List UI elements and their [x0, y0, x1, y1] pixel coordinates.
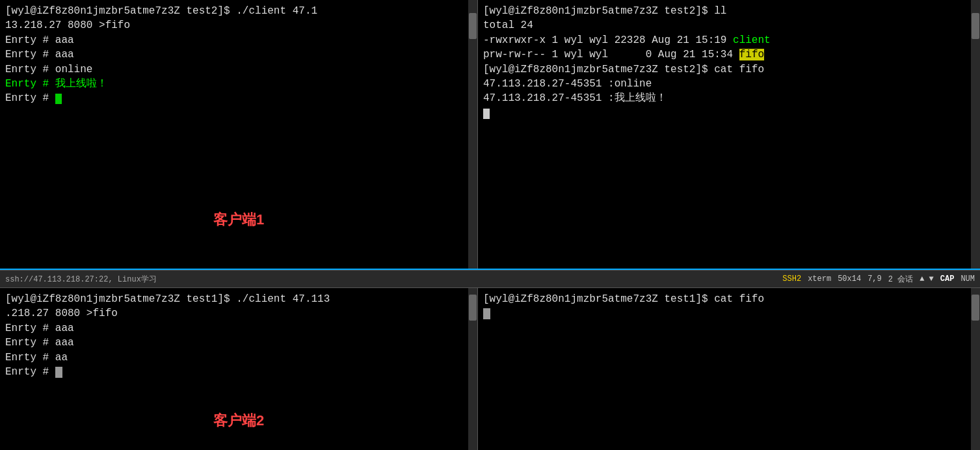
tl-line-4: Enrty # aaa: [5, 47, 472, 62]
status-xterm: xterm: [808, 274, 831, 284]
cursor-tl: [55, 94, 62, 104]
terminal-bottom-left[interactable]: [wyl@iZf8z80n1jmzbr5atme7z3Z test1]$ ./c…: [0, 288, 478, 450]
tl-line-3: Enrty # aaa: [5, 33, 472, 47]
tl-line-2: 13.218.27 8080 >fifo: [5, 18, 472, 33]
scroll-thumb-br[interactable]: [972, 295, 979, 321]
tl-line-1: [wyl@iZf8z80n1jmzbr5atme7z3Z test2]$ ./c…: [5, 4, 472, 18]
scroll-bl[interactable]: [468, 288, 477, 450]
terminal-top-left[interactable]: [wyl@iZf8z80n1jmzbr5atme7z3Z test2]$ ./c…: [0, 0, 478, 269]
terminal-bottom-right[interactable]: [wyl@iZf8z80n1jmzbr5atme7z3Z test1]$ cat…: [478, 288, 980, 450]
scroll-thumb-tl[interactable]: [469, 13, 477, 39]
bl-line-1: [wyl@iZf8z80n1jmzbr5atme7z3Z test1]$ ./c…: [5, 292, 472, 306]
tr-line-7: 47.113.218.27-45351 :我上线啦！: [483, 91, 975, 105]
tr-line-4: prw-rw-r-- 1 wyl wyl 0 Aug 21 15:34 fifo: [483, 47, 975, 62]
cursor-br: [483, 308, 490, 319]
client-filename: client: [733, 34, 771, 46]
bl-line-5: Enrty # aa: [5, 351, 472, 365]
terminal-top-right[interactable]: [wyl@iZf8z80n1jmzbr5atme7z3Z test2]$ ll …: [478, 0, 980, 269]
status-size: 50x14: [838, 274, 861, 284]
scroll-tl[interactable]: [468, 0, 477, 269]
scroll-tr[interactable]: [971, 0, 980, 269]
scroll-thumb-bl[interactable]: [469, 295, 477, 321]
scroll-thumb-tr[interactable]: [972, 13, 979, 39]
status-right-items: SSH2 xterm 50x14 7,9 2 会话 ▲ ▼ CAP NUM: [782, 274, 975, 285]
bl-line-3: Enrty # aaa: [5, 321, 472, 336]
bottom-row: [wyl@iZf8z80n1jmzbr5atme7z3Z test1]$ ./c…: [0, 288, 980, 450]
br-line-1: [wyl@iZf8z80n1jmzbr5atme7z3Z test1]$ cat…: [483, 292, 975, 306]
status-num: NUM: [960, 274, 975, 284]
tr-line-3: -rwxrwxr-x 1 wyl wyl 22328 Aug 21 15:19 …: [483, 33, 975, 47]
tl-line-6: Enrty # 我上线啦！: [5, 77, 472, 91]
tl-line-7: Enrty #: [5, 91, 472, 105]
tr-line-6: 47.113.218.27-45351 :online: [483, 77, 975, 91]
tr-line-5: [wyl@iZf8z80n1jmzbr5atme7z3Z test2]$ cat…: [483, 62, 975, 77]
bl-line-4: Enrty # aaa: [5, 336, 472, 350]
fifo-filename: fifo: [739, 49, 764, 60]
client2-label: 客户端2: [213, 411, 264, 430]
status-bar: ssh://47.113.218.27:22, Linux学习 SSH2 xte…: [0, 270, 980, 288]
tr-line-8: [483, 106, 975, 120]
status-sessions: 2 会话: [888, 274, 913, 285]
tr-line-2: total 24: [483, 18, 975, 33]
cursor-tr: [483, 109, 490, 119]
scroll-br[interactable]: [971, 288, 980, 450]
bl-line-6: Enrty #: [5, 365, 472, 379]
tr-line-1: [wyl@iZf8z80n1jmzbr5atme7z3Z test2]$ ll: [483, 4, 975, 18]
status-arrows: ▲ ▼: [920, 274, 934, 284]
status-cap: CAP: [940, 274, 955, 284]
top-row: [wyl@iZf8z80n1jmzbr5atme7z3Z test2]$ ./c…: [0, 0, 980, 270]
client1-label: 客户端1: [213, 210, 264, 230]
bl-line-2: .218.27 8080 >fifo: [5, 306, 472, 321]
br-line-2: [483, 306, 975, 321]
cursor-bl: [55, 367, 62, 378]
main-container: [wyl@iZf8z80n1jmzbr5atme7z3Z test2]$ ./c…: [0, 0, 980, 450]
status-connection: ssh://47.113.218.27:22, Linux学习: [5, 274, 782, 285]
tl-line-5: Enrty # online: [5, 62, 472, 77]
status-ssh-indicator: SSH2: [782, 274, 801, 284]
status-position: 7,9: [867, 274, 882, 284]
